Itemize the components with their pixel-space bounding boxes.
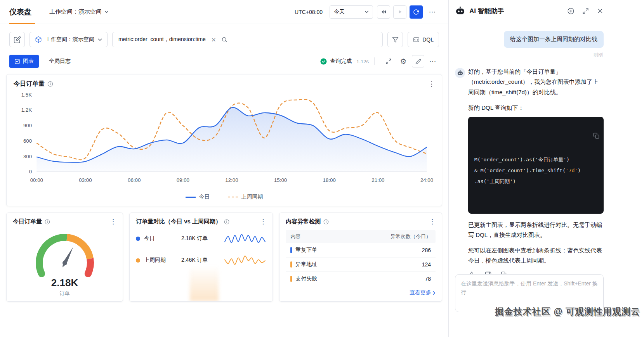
play-button[interactable] [393, 5, 406, 19]
assistant-paragraph: 好的，基于您当前的「今日订单量」（metric:order_count），我为您… [468, 67, 604, 97]
robot-icon [457, 70, 463, 76]
row-value: 286 [422, 247, 431, 253]
card-menu-button[interactable]: ⋮ [429, 218, 436, 225]
assistant-paragraph: 新的 DQL 查询如下： [468, 103, 604, 113]
sparkline [224, 255, 266, 266]
series-dot [136, 258, 140, 263]
query-status-text: 查询完成 [330, 58, 352, 65]
toolbar-more-button[interactable]: ⋯ [427, 55, 439, 67]
time-range-select[interactable]: 今天 [330, 5, 373, 19]
legend-label: 上周同期 [241, 194, 263, 200]
chevron-right-icon [432, 291, 436, 295]
copy-code-button[interactable] [550, 121, 599, 154]
rewind-button[interactable] [377, 5, 390, 19]
svg-text:15:00: 15:00 [274, 177, 287, 183]
assistant-message: 好的，基于您当前的「今日订单量」（metric:order_count），我为您… [455, 67, 604, 274]
svg-text:0: 0 [29, 169, 32, 175]
query-status: 查询完成 1.12s [320, 58, 369, 65]
top-bar: 仪表盘 工作空间：演示空间 UTC+08:00 今天 ⋯ [0, 0, 448, 24]
legend-item-today[interactable]: 今日 [186, 194, 210, 200]
svg-text:600: 600 [23, 138, 32, 144]
table-row[interactable]: 异常地址 124 [286, 258, 436, 272]
dql-button[interactable]: DQL [408, 32, 439, 47]
ai-conversation: 给这个图加一条上周同期的对比线 刚刚 好的，基于您当前的「今日订单量」（metr… [455, 22, 604, 312]
search-input[interactable]: metric:order_count，dimension:time ✕ [112, 32, 383, 47]
funnel-icon [392, 36, 399, 43]
card-menu-button[interactable]: ⋮ [428, 81, 435, 87]
chart-icon [14, 59, 20, 64]
workspace-select[interactable]: 工作空间：演示空间 [30, 32, 108, 47]
snapshot-button[interactable] [9, 32, 25, 47]
series-name: 今日 [144, 235, 177, 242]
info-icon[interactable] [47, 81, 53, 87]
view-toolbar: 图表 全局日志 查询完成 1.12s ⚙ ⋯ [0, 51, 448, 72]
compare-row-today: 今日 2.18K 订单 [136, 233, 266, 244]
rewind-icon [381, 10, 387, 14]
dql-code-lines: M('order_count').as('今日订单量')& M('order_c… [474, 154, 597, 187]
check-circle-icon [320, 58, 327, 65]
compare-row-lastweek: 上周同期 2.46K 订单 [136, 255, 266, 266]
panel-edit-icon [14, 36, 21, 43]
table-row[interactable]: 支付失败 78 [286, 272, 436, 286]
info-icon[interactable] [323, 219, 329, 225]
workspace-switcher[interactable]: 工作空间：演示空间 [49, 8, 109, 16]
table-header: 内容 异常次数（今日） [286, 230, 436, 243]
card-title: 今日订单量 [14, 80, 45, 88]
card-title: 订单量对比（今日 vs 上周同期） [136, 218, 221, 225]
user-message: 给这个图加一条上周同期的对比线 [504, 31, 604, 48]
expand-panel-button[interactable] [582, 8, 589, 14]
svg-text:21:00: 21:00 [371, 177, 384, 183]
filter-button[interactable] [387, 32, 403, 47]
tab-global-logs[interactable]: 全局日志 [49, 58, 71, 65]
assistant-paragraph: 您可以在左侧图表中查看到两条折线：蓝色实线代表今日，橙色虚线代表上周同期。 [468, 245, 604, 266]
close-panel-button[interactable] [597, 7, 604, 14]
dashboard-main: 仪表盘 工作空间：演示空间 UTC+08:00 今天 ⋯ [0, 0, 448, 337]
workspace-select-label: 工作空间：演示空间 [45, 36, 94, 43]
chevron-down-icon [365, 10, 369, 13]
table-row[interactable]: 重复下单 286 [286, 243, 436, 258]
legend-label: 今日 [199, 194, 210, 200]
column-header: 异常次数（今日） [391, 233, 431, 240]
more-icon: ⋯ [429, 58, 437, 65]
ai-panel-header: AI 智能助手 [455, 0, 604, 22]
gauge-svg [24, 226, 106, 278]
search-icon[interactable] [221, 36, 227, 43]
chart-legend: 今日 上周同期 [14, 190, 435, 203]
row-value: 78 [425, 276, 431, 282]
close-icon [597, 7, 604, 14]
legend-item-lastweek[interactable]: 上周同期 [228, 194, 263, 200]
code-icon [413, 36, 420, 43]
edit-button[interactable] [412, 55, 424, 67]
app-root: 仪表盘 工作空间：演示空间 UTC+08:00 今天 ⋯ [0, 0, 644, 337]
topbar-more-button[interactable]: ⋯ [426, 5, 439, 19]
expand-icon [582, 8, 589, 14]
column-header: 内容 [290, 233, 300, 240]
assistant-avatar [455, 68, 465, 78]
refresh-button[interactable] [410, 5, 423, 19]
legend-line-dashed [228, 197, 238, 197]
svg-text:09:00: 09:00 [177, 177, 189, 183]
refresh-icon [413, 9, 419, 15]
chevron-down-icon [98, 38, 102, 41]
card-menu-button[interactable]: ⋮ [260, 218, 266, 225]
legend-line-solid [186, 197, 196, 198]
order-compare-card: 订单量对比（今日 vs 上周同期） ⋮ 今日 2.18K 订单 上周同期 2.4… [129, 213, 273, 302]
pencil-icon [415, 59, 421, 64]
card-menu-button[interactable]: ⋮ [110, 218, 116, 225]
settings-button[interactable]: ⚙ [397, 55, 410, 67]
ai-message-input[interactable] [455, 274, 604, 313]
workspace-label: 工作空间：演示空间 [49, 8, 102, 16]
info-icon[interactable] [45, 219, 50, 225]
series-dot [136, 237, 140, 241]
svg-text:1.5K: 1.5K [21, 92, 32, 98]
order-trend-svg: 03006009001.2K1.5K00:0003:0006:0009:0012… [14, 90, 435, 190]
ai-panel-title: AI 智能助手 [469, 7, 504, 16]
svg-text:03:00: 03:00 [79, 177, 92, 183]
new-chat-button[interactable] [567, 7, 575, 15]
clear-search-icon[interactable]: ✕ [211, 37, 216, 43]
row-color-bar [290, 247, 292, 253]
tab-chart[interactable]: 图表 [9, 55, 39, 68]
fullscreen-button[interactable] [382, 55, 395, 67]
view-more-link[interactable]: 查看更多 [410, 289, 436, 296]
info-icon[interactable] [224, 219, 229, 225]
